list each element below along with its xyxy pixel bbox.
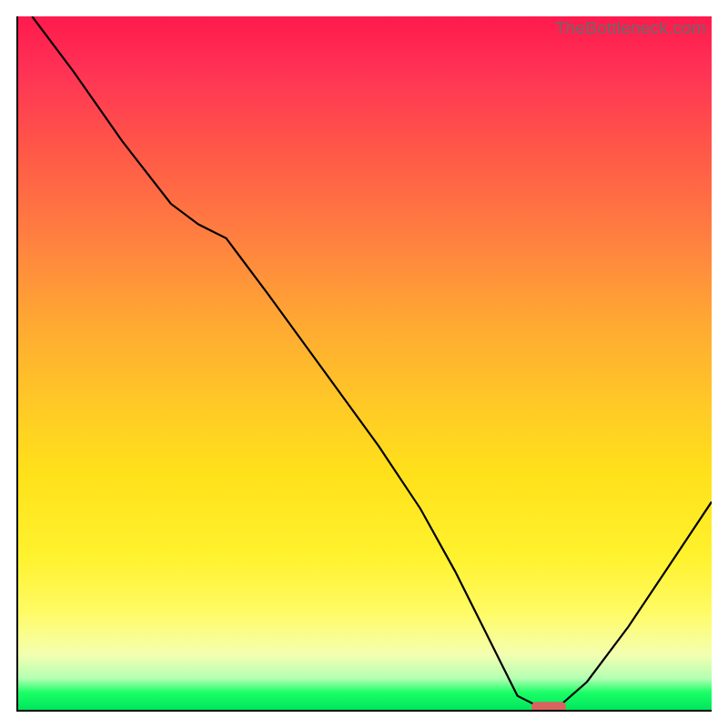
chart-line: [32, 16, 712, 706]
chart-marker: [531, 702, 566, 710]
chart-overlay: [18, 16, 712, 710]
chart-plot-area: TheBottleneck.com: [16, 16, 712, 712]
